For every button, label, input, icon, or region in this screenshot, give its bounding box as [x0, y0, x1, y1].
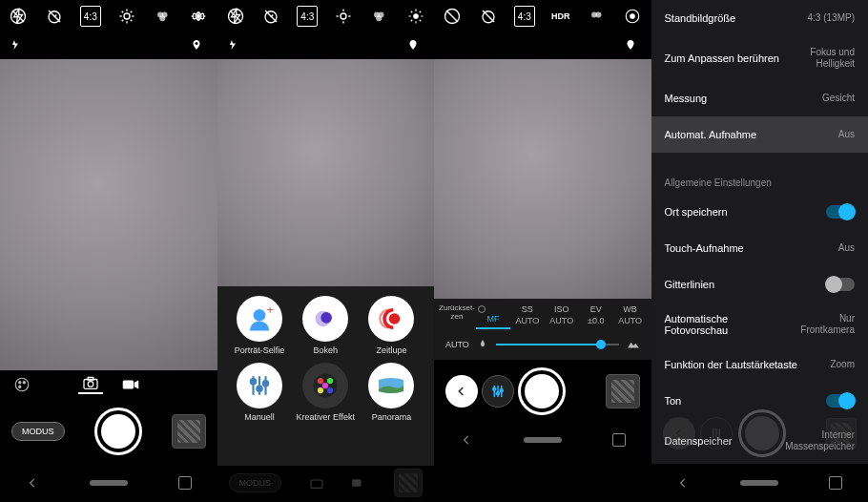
param-wb[interactable]: WBAUTO — [613, 304, 648, 329]
setting-label: Messung — [665, 93, 708, 104]
svg-point-58 — [327, 387, 333, 393]
mode-panorama[interactable]: Panorama — [359, 363, 424, 422]
viewfinder[interactable] — [217, 59, 435, 286]
setting-row-highlighted[interactable]: Automat. AufnahmeAus — [651, 116, 869, 153]
nav-home-icon[interactable] — [524, 437, 562, 443]
setting-row[interactable]: MessungGesicht — [651, 80, 869, 116]
svg-point-55 — [318, 378, 323, 384]
svg-point-41 — [376, 15, 382, 21]
param-iso[interactable]: ISOAUTO — [545, 304, 579, 329]
setting-row[interactable]: Ort speichern — [651, 194, 869, 230]
nav-home-icon[interactable] — [740, 480, 778, 486]
color-fx-icon[interactable] — [369, 6, 390, 27]
filter-circle-button[interactable] — [482, 375, 514, 408]
video-tab[interactable] — [122, 379, 139, 390]
setting-row[interactable]: Automatische FotovorschauNur Frontkamera — [651, 303, 869, 346]
svg-point-51 — [251, 379, 256, 384]
nav-back-icon[interactable] — [676, 476, 690, 490]
toggle-switch[interactable] — [826, 278, 855, 291]
settings-icon[interactable] — [405, 6, 426, 27]
nav-back-icon[interactable] — [460, 433, 473, 447]
setting-row[interactable]: Gitterlinien — [651, 266, 869, 303]
viewfinder[interactable] — [434, 59, 651, 299]
timer-off-icon[interactable] — [260, 6, 281, 27]
toggle-switch[interactable] — [826, 205, 855, 219]
svg-point-67 — [595, 12, 601, 18]
svg-point-34 — [341, 13, 346, 19]
mode-bokeh[interactable]: Bokeh — [293, 296, 359, 355]
aspect-ratio-icon[interactable]: 4:3 — [80, 6, 101, 27]
settings-list[interactable]: Standbildgröße4:3 (13MP) Zum Anpassen be… — [651, 0, 869, 464]
color-fx-icon[interactable] — [587, 6, 608, 27]
manual-controls: Zurückset-zen MF SSAUTO ISOAUTO EV±0.0 W… — [434, 299, 651, 360]
slider-auto-label[interactable]: AUTO — [445, 340, 469, 349]
brightness-icon[interactable] — [116, 6, 137, 27]
nav-recent-icon[interactable] — [829, 476, 842, 490]
nav-back-icon[interactable] — [26, 476, 39, 490]
back-circle-button[interactable] — [445, 375, 478, 408]
nav-recent-icon[interactable] — [612, 433, 626, 447]
mode-manual[interactable]: Manuell — [227, 363, 293, 422]
timer-off-icon[interactable] — [478, 6, 499, 27]
location-icon[interactable] — [407, 37, 424, 54]
setting-row[interactable]: Zum Anpassen berührenFokus und Helligkei… — [651, 36, 869, 80]
svg-point-70 — [479, 306, 486, 313]
modus-button[interactable]: MODUS — [11, 422, 65, 441]
svg-point-52 — [257, 387, 261, 391]
gallery-thumbnail[interactable] — [172, 414, 206, 449]
macro-icon — [477, 339, 488, 350]
svg-line-12 — [130, 20, 132, 22]
svg-text:+: + — [267, 304, 274, 317]
timer-off-icon[interactable] — [44, 6, 65, 27]
mode-slowmo[interactable]: Zeitlupe — [359, 296, 424, 355]
mode-label: Manuell — [244, 412, 275, 422]
second-toolbar — [434, 32, 651, 59]
hdr-icon[interactable]: HDR — [550, 6, 571, 27]
second-toolbar — [217, 32, 435, 59]
palette-icon[interactable] — [13, 376, 31, 393]
brightness-icon[interactable] — [333, 6, 354, 27]
shutter-button[interactable] — [94, 408, 142, 455]
dimmed-shutter-row: MODUS — [217, 466, 435, 500]
location-icon[interactable] — [191, 37, 208, 54]
param-ss[interactable]: SSAUTO — [510, 304, 545, 329]
shutter-button[interactable] — [518, 367, 566, 415]
flash-off-icon[interactable] — [8, 6, 29, 27]
svg-point-22 — [19, 386, 21, 387]
svg-point-53 — [263, 381, 268, 386]
gallery-ghost — [826, 418, 857, 449]
flash-off-icon[interactable] — [225, 6, 246, 27]
top-toolbar: 4:3 — [0, 0, 217, 32]
flash-icon[interactable] — [10, 37, 27, 54]
aspect-ratio-icon[interactable]: 4:3 — [297, 6, 318, 27]
param-ev[interactable]: EV±0.0 — [579, 304, 613, 329]
setting-label: Automatische Fotovorschau — [665, 313, 787, 336]
svg-point-18 — [196, 14, 201, 19]
aspect-ratio-icon[interactable]: 4:3 — [514, 6, 535, 27]
setting-row[interactable]: Funktion der LautstärketasteZoom — [651, 346, 869, 383]
svg-line-63 — [446, 10, 458, 22]
settings-icon[interactable] — [188, 6, 209, 27]
setting-row[interactable]: Standbildgröße4:3 (13MP) — [651, 0, 869, 36]
nav-home-icon[interactable] — [90, 480, 128, 486]
photo-tab[interactable] — [78, 376, 103, 394]
mode-portrait-selfie[interactable]: +Porträt-Selfie — [227, 296, 293, 355]
reset-button[interactable]: Zurückset-zen — [438, 304, 476, 329]
focus-slider[interactable] — [496, 344, 619, 345]
setting-row[interactable]: Touch-AufnahmeAus — [651, 230, 869, 266]
gallery-thumbnail[interactable] — [606, 374, 640, 408]
setting-label: Standbildgröße — [665, 12, 736, 24]
nav-recent-icon[interactable] — [178, 476, 192, 490]
color-fx-icon[interactable] — [153, 6, 174, 27]
setting-value: 4:3 (13MP) — [808, 12, 855, 24]
mode-creative[interactable]: Kreativer Effekt — [293, 363, 359, 422]
param-mf[interactable]: MF — [476, 304, 510, 329]
svg-point-75 — [493, 387, 496, 390]
settings-icon[interactable] — [622, 6, 643, 27]
setting-value: Nur Frontkamera — [787, 313, 855, 336]
svg-point-56 — [327, 378, 333, 384]
flash-off-icon[interactable] — [442, 6, 463, 27]
flash-icon[interactable] — [227, 37, 244, 54]
viewfinder[interactable] — [0, 59, 217, 370]
location-icon[interactable] — [625, 37, 642, 54]
